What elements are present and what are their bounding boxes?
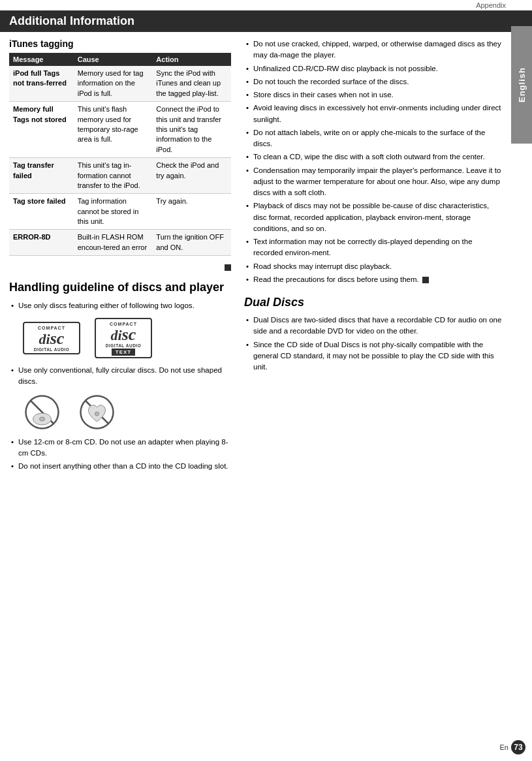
right-bullet-item: Do not use cracked, chipped, warped, or … <box>244 39 502 61</box>
handling-bullet-2: Use 12-cm or 8-cm CD. Do not use an adap… <box>9 437 231 459</box>
right-bullet-item: Road shocks may interrupt disc playback. <box>244 261 502 272</box>
disc-big-text-2: disc <box>111 326 136 343</box>
table-row: iPod full Tags not trans-ferredMemory us… <box>9 66 231 102</box>
right-bullet-item: Store discs in their cases when not in u… <box>244 89 502 101</box>
table-cell-message: Tag transfer failed <box>9 158 74 194</box>
table-cell-cause: This unit's flash memory used for tempor… <box>74 102 153 158</box>
disc-bottom-label-2: DIGITAL AUDIO <box>106 343 141 348</box>
table-row: ERROR-8DBuilt-in FLASH ROM encoun-tered … <box>9 230 231 256</box>
page-number-box: En 73 <box>500 740 525 754</box>
table-cell-action: Turn the ignition OFF and ON. <box>152 230 231 256</box>
disc-big-text-1: disc <box>39 330 65 347</box>
page-en-label: En <box>500 743 509 751</box>
english-sidebar: English <box>511 26 532 144</box>
shaped-disc-1 <box>22 394 61 430</box>
dual-bullet-item: Since the CD side of Dual Discs is not p… <box>244 339 502 373</box>
right-bullet-item: Read the precautions for discs before us… <box>244 274 502 285</box>
dual-bullet-item: Dual Discs are two-sided discs that have… <box>244 315 502 337</box>
col-header-cause: Cause <box>74 53 153 66</box>
svg-point-6 <box>95 412 99 416</box>
table-cell-message: Tag store failed <box>9 194 74 230</box>
right-bullet-item: Text information may not be correctly di… <box>244 236 502 259</box>
shaped-disc-icon-2 <box>79 394 115 430</box>
table-header: Message Cause Action <box>9 53 231 66</box>
table-body: iPod full Tags not trans-ferredMemory us… <box>9 66 231 256</box>
right-bullet-item: To clean a CD, wipe the disc with a soft… <box>244 151 502 163</box>
right-bullet-item: Do not touch the recorded surface of the… <box>244 76 502 87</box>
table-cell-action: Connect the iPod to this unit and transf… <box>152 102 231 158</box>
disc-text-tag: TEXT <box>112 349 135 356</box>
shaped-disc-2 <box>77 394 116 430</box>
appendix-bar: Appendix <box>0 0 532 10</box>
col-header-action: Action <box>152 53 231 66</box>
page-number: 73 <box>511 740 525 754</box>
right-bullet-item: Unfinalized CD-R/CD-RW disc playback is … <box>244 63 502 74</box>
right-bullet-item: Do not attach labels, write on or apply … <box>244 127 502 150</box>
table-cell-cause: Memory used for tag information on the i… <box>74 66 153 102</box>
table-end-marker <box>9 262 231 272</box>
handling-bullet-list-2: Use only conventional, fully circular di… <box>9 365 231 388</box>
small-square-icon <box>225 264 231 271</box>
dual-discs-title: Dual Discs <box>244 296 502 309</box>
table-cell-action: Sync the iPod with iTunes and clean up t… <box>152 66 231 102</box>
right-bullet-item: Condensation may temporarily impair the … <box>244 165 502 199</box>
table-cell-cause: Tag information cannot be stored in this… <box>74 194 153 230</box>
section-header-title: Additional Information <box>9 14 134 28</box>
disc-logo-1-inner: COMPACT disc DIGITAL AUDIO <box>23 322 80 354</box>
handling-bullet-3: Do not insert anything other than a CD i… <box>9 461 231 472</box>
col-header-message: Message <box>9 53 74 66</box>
table-cell-action: Check the iPod and try again. <box>152 158 231 194</box>
main-content: iTunes tagging Message Cause Action iPod… <box>0 32 511 484</box>
disc-logo-1: COMPACT disc DIGITAL AUDIO <box>22 322 81 354</box>
table-cell-message: Memory full Tags not stored <box>9 102 74 158</box>
handling-bullet-1: Use only conventional, fully circular di… <box>9 365 231 388</box>
shaped-disc-icon-1 <box>24 394 60 430</box>
shaped-discs-area <box>22 394 231 430</box>
disc-logos: COMPACT disc DIGITAL AUDIO COMPACT disc … <box>22 318 231 358</box>
table-cell-cause: This unit's tag in-formation cannot tran… <box>74 158 153 194</box>
table-cell-action: Try again. <box>152 194 231 230</box>
handling-title: Handling guideline of discs and player <box>9 281 231 295</box>
left-column: iTunes tagging Message Cause Action iPod… <box>9 39 231 477</box>
handling-bullets-top: Use only discs featuring either of follo… <box>9 300 231 311</box>
itunes-tagging-title: iTunes tagging <box>9 39 231 49</box>
disc-logo-2-inner: COMPACT disc DIGITAL AUDIO TEXT <box>95 318 152 358</box>
svg-point-3 <box>39 417 44 421</box>
right-end-square-icon <box>422 277 429 283</box>
table-cell-message: iPod full Tags not trans-ferred <box>9 66 74 102</box>
right-bullet-item: Playback of discs may not be possible be… <box>244 200 502 234</box>
right-bullet-item: Avoid leaving discs in excessively hot e… <box>244 102 502 125</box>
section-header: Additional Information <box>0 10 532 32</box>
appendix-label: Appendix <box>476 1 506 9</box>
table-row: Memory full Tags not storedThis unit's f… <box>9 102 231 158</box>
table-row: Tag store failedTag information cannot b… <box>9 194 231 230</box>
table-cell-message: ERROR-8D <box>9 230 74 256</box>
table-cell-cause: Built-in FLASH ROM encoun-tered an error <box>74 230 153 256</box>
right-column: Do not use cracked, chipped, warped, or … <box>244 39 502 477</box>
disc-logo-2: COMPACT disc DIGITAL AUDIO TEXT <box>94 318 153 358</box>
handling-bullet-0: Use only discs featuring either of follo… <box>9 300 231 311</box>
right-bullet-list: Do not use cracked, chipped, warped, or … <box>244 39 502 285</box>
handling-bullets-bottom: Use 12-cm or 8-cm CD. Do not use an adap… <box>9 437 231 473</box>
itunes-table: Message Cause Action iPod full Tags not … <box>9 53 231 256</box>
dual-bullet-list: Dual Discs are two-sided discs that have… <box>244 315 502 373</box>
disc-bottom-label-1: DIGITAL AUDIO <box>34 347 69 352</box>
table-row: Tag transfer failedThis unit's tag in-fo… <box>9 158 231 194</box>
